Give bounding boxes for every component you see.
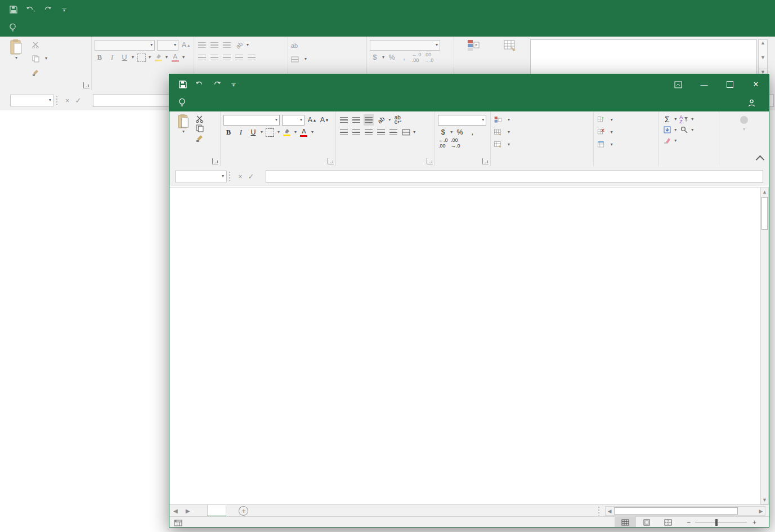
fill-down-icon[interactable] bbox=[662, 124, 672, 136]
fill-color-button[interactable] bbox=[153, 52, 163, 63]
font-size-select[interactable]: ▾ bbox=[282, 115, 304, 126]
increase-decimal-icon[interactable]: ←.0.00 bbox=[438, 137, 448, 149]
undo-icon[interactable] bbox=[195, 80, 204, 89]
wrap-text-button[interactable]: ab bbox=[291, 39, 364, 52]
undo-icon[interactable] bbox=[26, 5, 35, 14]
orientation-icon[interactable]: ab bbox=[232, 38, 247, 53]
format-as-table-button[interactable]: ▾ bbox=[494, 126, 590, 138]
italic-button[interactable]: I bbox=[107, 52, 117, 63]
fill-color-button[interactable] bbox=[282, 127, 292, 138]
underline-button[interactable]: U bbox=[248, 127, 258, 138]
zoom-slider-thumb[interactable] bbox=[715, 519, 718, 526]
bold-button[interactable]: B bbox=[223, 127, 234, 138]
format-as-table-button[interactable] bbox=[495, 39, 525, 52]
font-color-button[interactable]: A bbox=[299, 127, 309, 138]
ribbon-display-options-icon[interactable] bbox=[665, 76, 691, 93]
comma-icon[interactable]: , bbox=[467, 127, 477, 138]
customize-qat-icon[interactable]: —▾ bbox=[229, 80, 238, 89]
cell-mode-icon[interactable] bbox=[174, 519, 182, 526]
clipboard-dialog-launcher[interactable] bbox=[212, 158, 218, 164]
paste-button[interactable]: ▾ bbox=[3, 39, 30, 78]
autosum-icon[interactable]: Σ bbox=[662, 114, 672, 125]
increase-indent-icon[interactable] bbox=[247, 52, 257, 63]
font-size-select[interactable]: ▾ bbox=[157, 40, 178, 51]
copy-button[interactable] bbox=[196, 124, 204, 132]
number-format-select[interactable]: ▾ bbox=[370, 40, 440, 51]
conditional-formatting-button[interactable]: ≠ bbox=[457, 39, 490, 52]
borders-button[interactable] bbox=[265, 127, 275, 138]
fg-tellme[interactable] bbox=[169, 98, 196, 111]
align-bottom-icon[interactable] bbox=[364, 114, 374, 126]
scroll-left-icon[interactable]: ◀ bbox=[606, 507, 613, 515]
sheet-tab-table[interactable] bbox=[207, 505, 226, 517]
page-break-view-icon[interactable] bbox=[657, 517, 679, 527]
decrease-decimal-icon[interactable]: .00→.0 bbox=[424, 52, 434, 63]
customize-qat-icon[interactable]: —▾ bbox=[60, 5, 69, 14]
page-layout-view-icon[interactable] bbox=[636, 517, 657, 527]
percent-icon[interactable]: % bbox=[387, 52, 397, 63]
align-left-icon[interactable] bbox=[339, 127, 349, 138]
underline-button[interactable]: U bbox=[119, 52, 129, 63]
gallery-up-icon[interactable]: ▲ bbox=[759, 40, 767, 46]
align-top-icon[interactable] bbox=[339, 114, 349, 126]
new-sheet-button[interactable]: + bbox=[239, 506, 248, 516]
enter-icon[interactable]: ✓ bbox=[75, 96, 82, 105]
borders-button[interactable] bbox=[136, 52, 146, 63]
format-painter-button[interactable] bbox=[196, 134, 204, 142]
alignment-dialog-launcher[interactable] bbox=[427, 158, 433, 164]
clear-icon[interactable] bbox=[662, 135, 672, 146]
close-icon[interactable]: × bbox=[743, 76, 769, 93]
vertical-scrollbar[interactable]: ▲ ▼ bbox=[760, 187, 769, 504]
cell-styles-button[interactable]: ▾ bbox=[494, 138, 590, 151]
bg-tellme[interactable] bbox=[0, 23, 26, 37]
number-dialog-launcher[interactable] bbox=[482, 158, 489, 164]
grow-font-button[interactable]: A▴ bbox=[181, 39, 191, 51]
clipboard-dialog-launcher[interactable] bbox=[83, 82, 89, 88]
font-name-select[interactable]: ▾ bbox=[95, 40, 155, 51]
scroll-right-icon[interactable]: ▶ bbox=[757, 507, 765, 515]
fg-formula-input[interactable] bbox=[266, 170, 764, 183]
increase-indent-icon[interactable] bbox=[388, 127, 398, 138]
accounting-format-icon[interactable]: $ bbox=[370, 52, 380, 63]
italic-button[interactable]: I bbox=[236, 127, 246, 138]
find-select-icon[interactable] bbox=[679, 124, 689, 136]
scroll-up-icon[interactable]: ▲ bbox=[761, 187, 768, 196]
font-name-select[interactable]: ▾ bbox=[223, 115, 280, 126]
shrink-font-button[interactable]: A▾ bbox=[319, 114, 329, 126]
zoom-out-button[interactable]: − bbox=[679, 518, 695, 526]
redo-icon[interactable] bbox=[43, 5, 52, 14]
horizontal-scroll-thumb[interactable] bbox=[614, 507, 738, 515]
cancel-icon[interactable]: × bbox=[238, 172, 243, 181]
decrease-indent-icon[interactable] bbox=[376, 127, 386, 138]
number-format-select[interactable]: ▾ bbox=[438, 115, 486, 126]
save-icon[interactable] bbox=[178, 80, 187, 89]
increase-decimal-icon[interactable]: ←.0.00 bbox=[411, 52, 422, 63]
decrease-decimal-icon[interactable]: .00→.0 bbox=[450, 137, 460, 149]
paste-button[interactable]: ▾ bbox=[172, 114, 195, 142]
wrap-text-icon[interactable]: abc↵ bbox=[393, 114, 403, 126]
normal-view-icon[interactable] bbox=[615, 517, 636, 527]
bg-name-box[interactable]: ▾ bbox=[10, 95, 54, 106]
save-icon[interactable] bbox=[9, 5, 18, 14]
tabbar-divider[interactable] bbox=[598, 507, 599, 516]
bold-button[interactable]: B bbox=[95, 52, 105, 63]
align-top-icon[interactable] bbox=[197, 39, 207, 51]
align-left-icon[interactable] bbox=[197, 52, 207, 63]
horizontal-scrollbar[interactable]: ◀ ▶ bbox=[605, 506, 765, 516]
merge-center-icon[interactable] bbox=[401, 127, 411, 138]
align-middle-icon[interactable] bbox=[209, 39, 219, 51]
align-bottom-icon[interactable] bbox=[222, 39, 232, 51]
comma-icon[interactable]: , bbox=[399, 52, 409, 63]
share-button[interactable] bbox=[748, 99, 769, 111]
grow-font-button[interactable]: A▴ bbox=[307, 114, 317, 126]
copy-button[interactable]: ▾ bbox=[32, 52, 47, 65]
cut-button[interactable] bbox=[196, 115, 204, 123]
align-middle-icon[interactable] bbox=[351, 114, 361, 126]
percent-icon[interactable]: % bbox=[455, 127, 465, 138]
scroll-down-icon[interactable]: ▼ bbox=[761, 495, 768, 504]
align-right-icon[interactable] bbox=[364, 127, 374, 138]
fg-name-box[interactable]: ▾ bbox=[175, 171, 227, 182]
format-painter-button[interactable] bbox=[32, 66, 47, 78]
decrease-indent-icon[interactable] bbox=[234, 52, 244, 63]
align-center-icon[interactable] bbox=[351, 127, 361, 138]
